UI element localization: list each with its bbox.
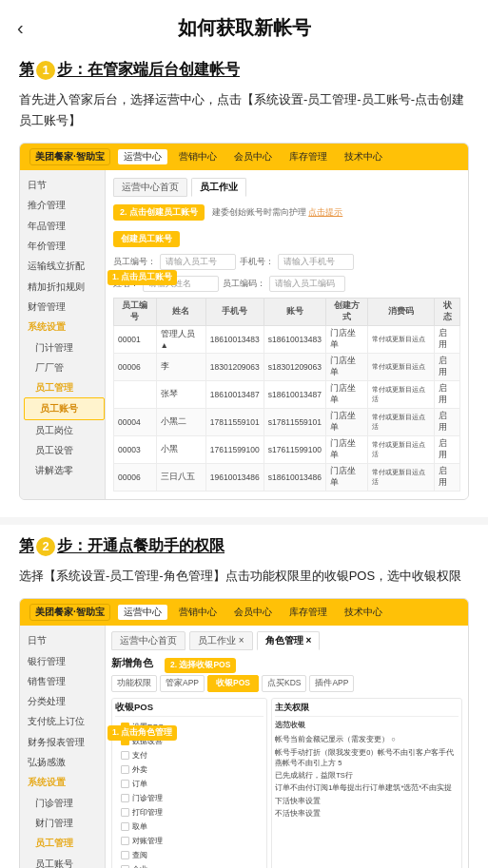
sidebar-item-push[interactable]: 推介管理 xyxy=(20,195,105,215)
step2-prefix: 第 xyxy=(19,536,34,556)
mockup1-main: 运营中心首页 员工作业 2. 点击创建员工账号 建委创始账号时需向护理 点击提示… xyxy=(106,170,468,499)
step2-number: 2 xyxy=(36,537,55,556)
sidebar-item-daily[interactable]: 日节 xyxy=(20,175,105,195)
left-panel: 收银POS 设置POS 数据改善 支付 外卖 订单 门诊管理 打印管理 取单 对… xyxy=(111,698,267,868)
col-phone: 手机号 xyxy=(205,299,264,326)
m2-subtab-work[interactable]: 员工作业 × xyxy=(189,631,253,650)
m2-sidebar-account[interactable]: 员工账号 xyxy=(20,854,105,868)
m2-sidebar-pay[interactable]: 支付统上订位 xyxy=(20,711,105,731)
employee-table: 员工编号 姓名 手机号 账号 创建方式 消费码 状态 00001管理人员▲186… xyxy=(113,298,460,492)
sidebar-item-employee[interactable]: 员工管理 xyxy=(20,377,105,397)
mockup1-search-row: 员工编号： 请输入员工号 手机号： 请输入手机号 xyxy=(113,254,460,270)
search-input-4[interactable]: 请输入员工编码 xyxy=(269,276,345,292)
rights-title: 主关权限 xyxy=(275,702,459,717)
content-area: 收银POS 设置POS 数据改善 支付 外卖 订单 门诊管理 打印管理 取单 对… xyxy=(111,698,462,868)
step2-section: 第 2 步：开通点餐助手的权限 选择【系统设置-员工管理-角色管理】点击功能权限… xyxy=(0,525,488,868)
step1-desc: 首先进入管家后台，选择运营中心，点击【系统设置-员工管理-员工账号-点击创建员工… xyxy=(19,89,469,131)
m2-callout1: 1. 点击角色管理 xyxy=(107,725,177,741)
table-row: 张琴18610013487s18610013487门店坐单常付或更新目运点活启用 xyxy=(114,381,460,409)
section-divider xyxy=(0,517,488,525)
sub-item-9: 查阅 xyxy=(115,848,264,862)
sidebar-item-finance[interactable]: 财管管理 xyxy=(20,297,105,317)
m2-sidebar-door[interactable]: 门诊管理 xyxy=(20,793,105,813)
nav-item-app[interactable]: 管家APP xyxy=(160,675,205,692)
mockup1-sub-tabs: 运营中心首页 员工作业 xyxy=(113,178,460,197)
nav-item-pos[interactable]: 收银POS xyxy=(207,675,259,692)
mockup2-logo: 美团餐家·智助宝 xyxy=(29,604,110,621)
right-panel: 主关权限 选范收银 帐号当前金额记显示（需发变更） ○ 帐号手动打折（限我发变更… xyxy=(271,698,462,868)
nav-item-func[interactable]: 功能权限 xyxy=(111,675,157,692)
sidebar-item-door[interactable]: 门计管理 xyxy=(20,338,105,357)
m2-sidebar-sales[interactable]: 销售管理 xyxy=(20,671,105,691)
mockup1-topbar: 美团餐家·智助宝 运营中心 营销中心 会员中心 库存管理 技术中心 xyxy=(20,144,468,170)
m2-sidebar-praise[interactable]: 弘扬感激 xyxy=(20,752,105,772)
mockup2-tab-4[interactable]: 技术中心 xyxy=(339,605,388,620)
sidebar-item-employee-account[interactable]: 员工账号 xyxy=(24,397,105,419)
m2-subtab-home[interactable]: 运营中心首页 xyxy=(111,631,185,650)
sidebar-item-post[interactable]: 员工岗位 xyxy=(20,420,105,440)
m2-sidebar-bank[interactable]: 银行管理 xyxy=(20,651,105,671)
m2-sidebar-fin[interactable]: 财门管理 xyxy=(20,813,105,833)
sidebar-item-system[interactable]: 系统设置 xyxy=(20,317,105,337)
col-name: 姓名 xyxy=(156,299,205,326)
nav-item-kds[interactable]: 点买KDS xyxy=(262,675,306,692)
callout1-badge: 1. 点击员工账号 xyxy=(107,270,177,285)
m2-subtab-role[interactable]: 角色管理 × xyxy=(257,631,321,650)
step2-title: 第 2 步：开通点餐助手的权限 xyxy=(19,536,469,556)
sub-item-8: 对账管理 xyxy=(115,834,264,848)
search-input-1[interactable]: 请输入员工号 xyxy=(160,254,236,270)
sidebar-item-explain[interactable]: 讲解选零 xyxy=(20,460,105,480)
mockup1-tab-0[interactable]: 运营中心 xyxy=(118,149,167,164)
sub-item-10: 企业 xyxy=(115,862,264,868)
right-item-3: 已先成就行，益限TS行 xyxy=(275,769,459,781)
mockup1-body: 日节 推介管理 年品管理 年价管理 运输线立折配 精加折扣规则 财管管理 系统设… xyxy=(20,170,468,499)
left-panel-title: 收银POS xyxy=(115,702,264,717)
m2-sidebar-cate[interactable]: 分类处理 xyxy=(20,691,105,711)
nav-item-plugin[interactable]: 插件APP xyxy=(309,675,354,692)
right-item-4: 订单不由付订阅1单每提出行订单建筑*选范*不由实提 xyxy=(275,781,459,794)
sidebar-item-deliver[interactable]: 运输线立折配 xyxy=(20,256,105,276)
search-input-2[interactable]: 请输入手机号 xyxy=(278,254,354,270)
step2-desc: 选择【系统设置-员工管理-角色管理】点击功能权限里的收银POS，选中收银权限 xyxy=(19,566,469,587)
mockup1-subtab-home[interactable]: 运营中心首页 xyxy=(113,178,187,197)
callout2-sub: 建委创始账号时需向护理 点击提示 xyxy=(212,207,342,217)
table-row: 00004小黑二17811559101s17811559101门店坐单常付或更新… xyxy=(114,409,460,436)
mockup2-body: 日节 银行管理 销售管理 分类处理 支付统上订位 财务报表管理 弘扬感激 系统设… xyxy=(20,626,468,868)
col-id: 员工编号 xyxy=(114,299,157,326)
mockup2-tab-0[interactable]: 运营中心 xyxy=(118,605,167,620)
mockup2-tab-2[interactable]: 会员中心 xyxy=(228,605,278,620)
mockup1-tab-3[interactable]: 库存管理 xyxy=(283,149,333,164)
right-item-6: 不活快率设置 xyxy=(275,807,459,820)
mockup1-tab-4[interactable]: 技术中心 xyxy=(339,149,388,164)
step1-section: 第 1 步：在管家端后台创建帐号 首先进入管家后台，选择运营中心，点击【系统设置… xyxy=(0,50,488,500)
sidebar-item-discount[interactable]: 精加折扣规则 xyxy=(20,277,105,297)
col-method: 创建方式 xyxy=(326,299,368,326)
mockup1-tab-2[interactable]: 会员中心 xyxy=(228,149,278,164)
mockup2-tabs: 运营中心 营销中心 会员中心 库存管理 技术中心 xyxy=(118,605,388,620)
m2-sidebar-daily[interactable]: 日节 xyxy=(20,630,105,650)
m2-sidebar-report[interactable]: 财务报表管理 xyxy=(20,732,105,752)
mockup1-subtab-work[interactable]: 员工作业 xyxy=(191,178,246,197)
mockup2-tab-3[interactable]: 库存管理 xyxy=(283,605,333,620)
step1-title: 第 1 步：在管家端后台创建帐号 xyxy=(19,60,469,80)
rights-content: 帐号当前金额记显示（需发变更） ○ 帐号手动打折（限我发变更0）帐号不由引客户客… xyxy=(275,733,459,820)
nav-row: 功能权限 管家APP 收银POS 点买KDS 插件APP 2. 选择收银POS xyxy=(111,675,462,692)
callout2-badge: 2. 点击创建员工账号 xyxy=(113,204,205,221)
create-account-btn[interactable]: 创建员工账号 xyxy=(113,231,180,247)
m2-sidebar-system[interactable]: 系统设置 xyxy=(20,772,105,792)
right-item-5: 下活快率设置 xyxy=(275,795,459,807)
sidebar-item-staff-mgmt[interactable]: 员工设管 xyxy=(20,440,105,460)
sub-item-2: 支付 xyxy=(115,748,264,762)
back-button[interactable]: ‹ xyxy=(17,17,24,39)
mockup2-topbar: 美团餐家·智助宝 运营中心 营销中心 会员中心 库存管理 技术中心 xyxy=(20,599,468,626)
mockup1-tab-1[interactable]: 营销中心 xyxy=(173,149,223,164)
table-row: 00001管理人员▲18610013483s18610013483门店坐单常付或… xyxy=(114,326,460,354)
sub-item-6: 打印管理 xyxy=(115,805,264,820)
sidebar-item-price[interactable]: 年价管理 xyxy=(20,236,105,256)
mockup1-sidebar: 日节 推介管理 年品管理 年价管理 运输线立折配 精加折扣规则 财管管理 系统设… xyxy=(20,170,106,499)
sidebar-item-factory[interactable]: 厂厂管 xyxy=(20,357,105,377)
mockup2-tab-1[interactable]: 营销中心 xyxy=(173,605,223,620)
sidebar-item-year[interactable]: 年品管理 xyxy=(20,216,105,236)
mockup2-sidebar: 日节 银行管理 销售管理 分类处理 支付统上订位 财务报表管理 弘扬感激 系统设… xyxy=(20,626,106,868)
m2-sidebar-emp[interactable]: 员工管理 xyxy=(20,833,105,853)
